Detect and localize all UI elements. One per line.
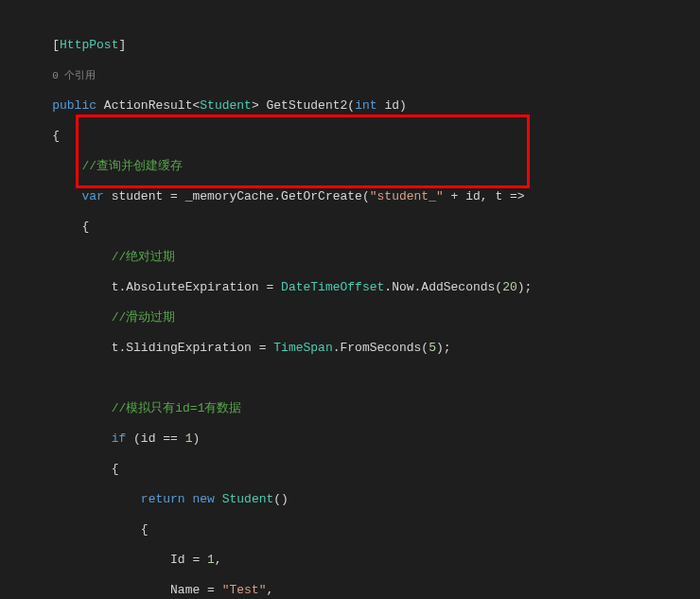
code-line: { — [23, 129, 700, 144]
code-line: //查询并创建缓存 — [23, 159, 700, 174]
code-line: { — [23, 522, 700, 537]
code-line: Name = "Test", — [23, 583, 700, 598]
code-line: { — [23, 220, 700, 235]
code-editor[interactable]: [HttpPost] 0 个引用 public ActionResult<Stu… — [0, 0, 700, 599]
code-line: //滑动过期 — [23, 310, 700, 326]
code-line: Id = 1, — [23, 553, 700, 568]
code-line: [HttpPost] — [23, 38, 700, 53]
code-line — [23, 371, 700, 386]
code-line: public ActionResult<Student> GetStudent2… — [23, 98, 700, 114]
code-line: //模拟只有id=1有数据 — [23, 401, 700, 416]
code-line: 0 个引用 — [23, 68, 700, 83]
code-line: if (id == 1) — [23, 432, 700, 447]
code-line: t.AbsoluteExpiration = DateTimeOffset.No… — [23, 280, 700, 295]
code-line: t.SlidingExpiration = TimeSpan.FromSecon… — [23, 341, 700, 356]
code-line: var student = _memoryCache.GetOrCreate("… — [23, 189, 700, 204]
code-line: //绝对过期 — [23, 250, 700, 265]
code-line: return new Student() — [23, 492, 700, 507]
code-line: { — [23, 462, 700, 477]
highlight-box — [76, 115, 530, 188]
